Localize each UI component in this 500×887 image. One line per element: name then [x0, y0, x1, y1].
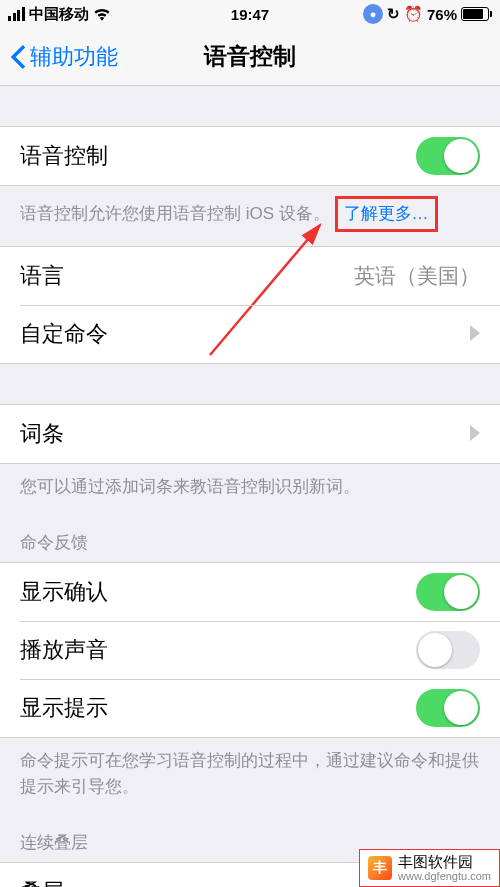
custom-commands-cell[interactable]: 自定命令 — [0, 305, 500, 363]
voice-footer-text: 语音控制允许您使用语音控制 iOS 设备。 — [20, 204, 330, 223]
watermark: 丰 丰图软件园 www.dgfengtu.com — [359, 849, 500, 888]
watermark-logo: 丰 — [368, 856, 392, 880]
orientation-lock-icon: ↻ — [387, 5, 400, 23]
status-right: ● ↻ ⏰ 76% — [363, 4, 492, 24]
nav-bar: 辅助功能 语音控制 — [0, 28, 500, 86]
play-sound-label: 播放声音 — [20, 635, 108, 665]
voice-control-footer: 语音控制允许您使用语音控制 iOS 设备。 了解更多… — [0, 186, 500, 246]
show-hints-cell: 显示提示 — [0, 679, 500, 737]
voice-control-group: 语音控制 — [0, 126, 500, 186]
status-left: 中国移动 — [8, 5, 111, 24]
alarm-icon: ⏰ — [404, 5, 423, 23]
voice-control-cell: 语音控制 — [0, 127, 500, 185]
back-button[interactable]: 辅助功能 — [0, 42, 118, 72]
language-label: 语言 — [20, 261, 64, 291]
vocab-cell[interactable]: 词条 — [0, 405, 500, 463]
language-cell[interactable]: 语言 英语（美国） — [0, 247, 500, 305]
overlay-label: 叠层 — [20, 877, 64, 887]
voice-control-label: 语音控制 — [20, 141, 108, 171]
show-hints-label: 显示提示 — [20, 693, 108, 723]
mic-icon: ● — [363, 4, 383, 24]
learn-more-link[interactable]: 了解更多… — [344, 204, 429, 223]
show-confirm-switch[interactable] — [416, 573, 480, 611]
feedback-footer: 命令提示可在您学习语音控制的过程中，通过建议命令和提供提示来引导您。 — [0, 738, 500, 813]
watermark-url: www.dgfengtu.com — [398, 870, 491, 882]
show-confirm-label: 显示确认 — [20, 577, 108, 607]
battery-icon — [461, 7, 492, 21]
voice-control-switch[interactable] — [416, 137, 480, 175]
wifi-icon — [93, 7, 111, 21]
chevron-right-icon — [470, 321, 480, 347]
language-value: 英语（美国） — [354, 262, 480, 290]
carrier-label: 中国移动 — [29, 5, 89, 24]
watermark-name: 丰图软件园 — [398, 854, 491, 871]
show-hints-switch[interactable] — [416, 689, 480, 727]
status-time: 19:47 — [231, 6, 269, 23]
signal-icon — [8, 7, 25, 21]
feedback-group: 显示确认 播放声音 显示提示 — [0, 562, 500, 738]
play-sound-switch[interactable] — [416, 631, 480, 669]
status-bar: 中国移动 19:47 ● ↻ ⏰ 76% — [0, 0, 500, 28]
feedback-header: 命令反馈 — [0, 513, 500, 562]
custom-commands-label: 自定命令 — [20, 319, 108, 349]
chevron-left-icon — [10, 45, 26, 69]
page-title: 语音控制 — [204, 41, 296, 72]
language-group: 语言 英语（美国） 自定命令 — [0, 246, 500, 364]
battery-percent: 76% — [427, 6, 457, 23]
vocab-label: 词条 — [20, 419, 64, 449]
vocab-group: 词条 — [0, 404, 500, 464]
play-sound-cell: 播放声音 — [0, 621, 500, 679]
show-confirm-cell: 显示确认 — [0, 563, 500, 621]
chevron-right-icon — [470, 421, 480, 447]
vocab-footer: 您可以通过添加词条来教语音控制识别新词。 — [0, 464, 500, 514]
back-label: 辅助功能 — [30, 42, 118, 72]
highlight-box: 了解更多… — [335, 196, 438, 232]
